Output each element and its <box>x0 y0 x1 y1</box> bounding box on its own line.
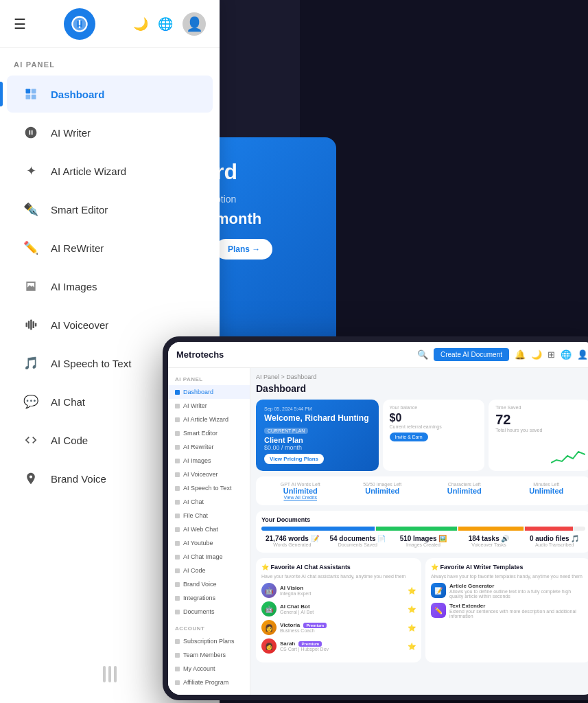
sidebar-item-label-dashboard: Dashboard <box>51 89 104 100</box>
assistant-victoria[interactable]: 👩 Victoria Premium Business Coach ⭐ <box>261 620 416 635</box>
mini-nav-integrations[interactable]: Integrations <box>168 591 250 605</box>
svg-rect-6 <box>30 320 32 330</box>
mini-nav-dashboard[interactable]: Dashboard <box>168 385 250 399</box>
doc-audio-label: Audio Transcribed <box>524 542 585 547</box>
dashboard-layout: AI PANEL Dashboard AI Writer AI Article … <box>168 368 588 695</box>
sidebar-item-label-ai-code: AI Code <box>51 435 88 446</box>
sidebar-item-dashboard[interactable]: Dashboard <box>7 76 213 113</box>
assistant-chat-bot-role: General | AI Bot <box>280 610 314 614</box>
mini-panel-account-label: ACCOUNT <box>168 623 250 634</box>
dash-main-content: AI Panel > Dashboard Dashboard Sep 05, 2… <box>250 368 588 695</box>
sarah-star: ⭐ <box>408 643 416 650</box>
hamburger-icon[interactable]: ☰ <box>14 16 26 32</box>
dash-header-right: 🔍 Create AI Document 🔔 🌙 ⊞ 🌐 👤 <box>417 348 588 361</box>
mini-nav-subscription[interactable]: Subscription Plans <box>168 634 250 648</box>
sidebar-item-ai-rewriter[interactable]: ✏️ AI ReWriter <box>7 229 213 266</box>
mini-nav-affiliate[interactable]: Affiliate Program <box>168 676 250 689</box>
doc-words-label: Words Generated <box>261 542 323 547</box>
ai-images-icon <box>21 276 41 297</box>
progress-yellow <box>458 527 523 531</box>
dash-avatar[interactable]: 👤 <box>577 349 588 360</box>
time-saved-label: Time Saved <box>495 405 584 410</box>
balance-card: Your balance $0 Current referral earning… <box>383 400 485 471</box>
mini-nav-brand-voice[interactable]: Brand Voice <box>168 577 250 591</box>
invite-earn-btn[interactable]: Invite & Earn <box>390 433 428 441</box>
brand-name: Metrotechs <box>176 349 224 360</box>
mini-nav-my-account[interactable]: My Account <box>168 662 250 676</box>
dash-moon-icon[interactable]: 🌙 <box>531 349 542 360</box>
avatar[interactable]: 👤 <box>183 12 206 36</box>
mini-nav-web-chat[interactable]: AI Web Chat <box>168 522 250 536</box>
assistant-victoria-avatar: 👩 <box>261 620 277 635</box>
svg-rect-2 <box>26 95 31 100</box>
template-text-extender[interactable]: ✏️ Text Extender Extend your sentences w… <box>431 603 585 619</box>
usage-credits-link[interactable]: View All Credits <box>261 495 340 500</box>
assistant-ai-vision[interactable]: 🤖 AI Vision Integria Expert ⭐ <box>261 583 416 598</box>
promo-card-sub: ption <box>215 194 320 205</box>
logo <box>64 8 95 40</box>
template-article-generator[interactable]: 📝 Article Generator Allows you to define… <box>431 583 585 599</box>
mini-nav-file-chat[interactable]: File Chat <box>168 509 250 522</box>
dashboard-header: Metrotechs 🔍 Create AI Document 🔔 🌙 ⊞ 🌐 … <box>168 342 588 368</box>
dash-bell-icon[interactable]: 🔔 <box>515 349 526 360</box>
mini-nav-youtube[interactable]: AI Youtube <box>168 536 250 550</box>
assistant-victoria-name: Victoria Premium <box>280 622 327 628</box>
mini-nav-rewriter[interactable]: AI Rewriter <box>168 440 250 454</box>
assistant-sarah[interactable]: 👩 Sarah Premium CS Cart | Hubspot Dev ⭐ <box>261 638 416 654</box>
assistant-victoria-role: Business Coach <box>280 628 327 633</box>
svg-rect-0 <box>26 89 31 94</box>
dash-grid-icon[interactable]: ⊞ <box>548 349 555 360</box>
usage-chars-value: Unlimited <box>425 487 504 495</box>
sidebar-item-ai-writer[interactable]: AI Writer <box>7 114 213 151</box>
ai-voiceover-icon <box>21 314 41 335</box>
mini-nav-ai-writer[interactable]: AI Writer <box>168 399 250 413</box>
mini-nav-speech[interactable]: AI Speech to Text <box>168 481 250 495</box>
svg-rect-4 <box>26 323 28 327</box>
documents-section: Your Documents 21,746 words 📝 Words Gene… <box>256 511 588 553</box>
dash-globe-icon[interactable]: 🌐 <box>561 349 572 360</box>
documents-title: Your Documents <box>261 516 585 523</box>
chat-bot-star: ⭐ <box>408 606 416 613</box>
assistant-ai-chat-bot[interactable]: 🤖 AI Chat Bot General | AI Bot ⭐ <box>261 601 416 616</box>
mini-nav-voiceover[interactable]: AI Voiceover <box>168 468 250 481</box>
ai-writer-icon <box>21 122 41 143</box>
progress-blue <box>261 527 375 531</box>
mini-panel-label: AI PANEL <box>168 373 250 385</box>
sidebar-item-label-ai-images: AI Images <box>51 281 97 292</box>
tablet-screen: Metrotechs 🔍 Create AI Document 🔔 🌙 ⊞ 🌐 … <box>168 342 588 695</box>
dash-search-icon[interactable]: 🔍 <box>417 349 428 360</box>
mini-nav-chat[interactable]: AI Chat <box>168 495 250 509</box>
mini-nav-team[interactable]: Team Members <box>168 648 250 662</box>
sarah-premium-badge: Premium <box>298 641 322 647</box>
promo-card-text: rd <box>215 158 320 187</box>
time-saved-value: 72 <box>495 412 584 428</box>
globe-icon[interactable]: 🌐 <box>158 16 173 32</box>
sidebar-item-smart-editor[interactable]: ✒️ Smart Editor <box>7 191 213 228</box>
sidebar-item-ai-images[interactable]: AI Images <box>7 268 213 305</box>
sidebar-item-ai-article-wizard[interactable]: ✦ AI Article Wizard <box>7 152 213 189</box>
mini-nav-article-wizard[interactable]: AI Article Wizard <box>168 413 250 426</box>
mini-nav-chat-image[interactable]: AI Chat Image <box>168 550 250 564</box>
mini-nav-documents[interactable]: Documents <box>168 605 250 619</box>
mini-nav-images[interactable]: AI Images <box>168 454 250 468</box>
doc-stat-audio: 0 audio files 🎵 Audio Transcribed <box>524 535 585 547</box>
view-pricing-btn[interactable]: View Pricing Plans <box>264 454 324 464</box>
moon-icon[interactable]: 🌙 <box>133 16 148 32</box>
breadcrumb: AI Panel > Dashboard <box>256 373 588 380</box>
sidebar-item-label-brand-voice: Brand Voice <box>51 473 106 485</box>
usage-words-label: GPT AI Words Left <box>261 482 340 487</box>
ai-chat-icon: 💬 <box>21 391 41 412</box>
docs-stats-row: 21,746 words 📝 Words Generated 54 docume… <box>261 535 585 547</box>
doc-images-num: 510 Images 🖼️ <box>392 535 454 542</box>
plan-price: $0.00 / month <box>264 444 371 451</box>
sidebar-item-label-ai-voiceover: AI Voiceover <box>51 319 108 331</box>
assistants-panel: ⭐ Favorite AI Chat Assistants Have your … <box>256 558 421 662</box>
plan-name: Client Plan <box>264 436 371 444</box>
mini-nav-code[interactable]: AI Code <box>168 564 250 577</box>
mini-nav-smart-editor[interactable]: Smart Editor <box>168 426 250 440</box>
create-document-btn[interactable]: Create AI Document <box>434 348 509 361</box>
svg-rect-3 <box>32 95 36 100</box>
promo-card-plans-btn[interactable]: Plans → <box>215 239 272 260</box>
bottom-indicator <box>103 666 117 682</box>
assistant-sarah-name: Sarah Premium <box>280 641 329 647</box>
